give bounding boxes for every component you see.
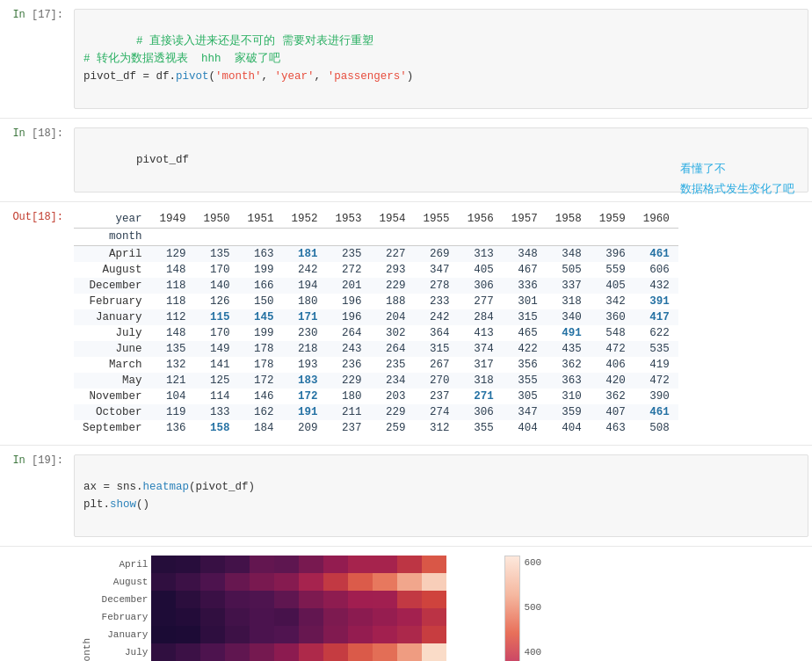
cell-value: 236 [327, 357, 371, 373]
cell-value: 264 [327, 325, 371, 341]
heatmap-cell [373, 626, 397, 643]
cell-value: 204 [371, 309, 415, 325]
cell-value: 405 [591, 278, 634, 294]
row-month-label: October [74, 404, 151, 420]
heatmap-cell [274, 556, 299, 573]
heatmap-cell [225, 556, 250, 573]
heatmap-cell [225, 608, 250, 626]
heatmap-cell [250, 573, 274, 591]
heatmap-cell [151, 556, 176, 573]
heatmap-cell [422, 626, 446, 643]
cell-value: 355 [459, 420, 503, 436]
cell-value: 178 [239, 341, 283, 357]
cell-value: 360 [591, 309, 634, 325]
heatmap-cell [422, 608, 446, 626]
table-row: July148170199230264302364413465491548622 [74, 325, 678, 341]
df-tbody: April12913516318123522726931334834839646… [74, 246, 678, 437]
heatmap-cell [373, 643, 397, 661]
heatmap-cell [323, 626, 348, 643]
table-row: May121125172183229234270318355363420472 [74, 373, 678, 389]
year-1956: 1956 [459, 211, 503, 229]
heatmap-area: month AprilAugustDecemberFebruaryJanuary… [83, 556, 808, 661]
code-pivot: pivot_df = df.pivot('month', 'year', 'pa… [83, 70, 413, 83]
cell-value: 149 [195, 341, 239, 357]
heatmap-grid [151, 556, 489, 661]
cell-value: 310 [547, 389, 591, 404]
colorbar-tick: 600 [524, 557, 541, 568]
colorbar-tick: 500 [524, 602, 541, 613]
right-annotation: 看懂了不 数据格式发生变化了吧 [680, 158, 794, 200]
heatmap-cell [250, 608, 274, 626]
row-month-label: August [74, 262, 151, 278]
cell-value: 125 [195, 373, 239, 389]
cell-value: 194 [283, 278, 327, 294]
heatmap-cell [250, 556, 274, 573]
cell-value: 284 [459, 309, 503, 325]
heatmap-cell [323, 591, 348, 608]
cell-19-content: ax = sns.heatmap(pivot_df) plt.show() [70, 449, 812, 542]
heatmap-cell [151, 643, 176, 661]
cell-value: 140 [195, 278, 239, 294]
heatmap-cell [348, 626, 373, 643]
cell-value: 559 [591, 262, 634, 278]
comment-1: # 直接读入进来还是不可的 需要对表进行重塑 [136, 35, 373, 47]
notebook: In [17]: # 直接读入进来还是不可的 需要对表进行重塑 # 转化为数据透… [0, 0, 812, 661]
pivot-df-ref: pivot_df [136, 154, 189, 166]
heatmap-cell [348, 573, 373, 591]
heatmap-cell [299, 573, 323, 591]
cell-value: 419 [634, 357, 678, 373]
colorbar-bar [504, 556, 520, 661]
row-month-label: January [74, 309, 151, 325]
cell-value: 199 [239, 325, 283, 341]
cell-value: 391 [634, 294, 678, 309]
heatmap-cell [176, 626, 200, 643]
cell-value: 406 [591, 357, 634, 373]
cell-value: 191 [283, 404, 327, 420]
row-month-label: December [74, 278, 151, 294]
cell-value: 363 [547, 373, 591, 389]
year-1954: 1954 [371, 211, 415, 229]
cell-value: 230 [283, 325, 327, 341]
heatmap-cell [200, 573, 225, 591]
annotation-line2: 数据格式发生变化了吧 [680, 178, 794, 199]
cell-value: 461 [634, 404, 678, 420]
cell-value: 535 [634, 341, 678, 357]
cell-value: 158 [195, 420, 239, 436]
cell-value: 465 [503, 325, 547, 341]
cell-value: 170 [195, 262, 239, 278]
cell-value: 170 [195, 325, 239, 341]
cell-17: In [17]: # 直接读入进来还是不可的 需要对表进行重塑 # 转化为数据透… [0, 0, 812, 119]
cell-value: 178 [239, 357, 283, 373]
heatmap-cell [151, 573, 176, 591]
heatmap-cell [323, 556, 348, 573]
cell-value: 237 [415, 389, 459, 404]
cell-17-in-label: In [12, 9, 25, 21]
heatmap-cell [299, 556, 323, 573]
cell-value: 242 [415, 309, 459, 325]
table-row: December11814016619420122927830633633740… [74, 278, 678, 294]
heatmap-cell [250, 626, 274, 643]
cell-value: 505 [547, 262, 591, 278]
cell-18-gutter: In [18]: [0, 122, 70, 198]
row-month-label: May [74, 373, 151, 389]
heatmap-cell [299, 591, 323, 608]
heatmap-cell [274, 643, 299, 661]
cell-value: 193 [283, 357, 327, 373]
heatmap-cell [348, 556, 373, 573]
cell-value: 348 [547, 246, 591, 263]
cell-18-out: Out[18]: year 1949 1950 1951 1952 1953 1… [0, 202, 812, 446]
cell-value: 242 [283, 262, 327, 278]
cell-value: 163 [239, 246, 283, 263]
cell-value: 277 [459, 294, 503, 309]
cell-19-code: ax = sns.heatmap(pivot_df) plt.show() [74, 454, 808, 537]
annotation-line1: 看懂了不 [680, 158, 794, 178]
heatmap-grid-row [151, 626, 489, 643]
cell-19-out-content: month AprilAugustDecemberFebruaryJanuary… [70, 550, 812, 661]
cell-value: 302 [371, 325, 415, 341]
heatmap-cell [225, 573, 250, 591]
heatmap-grid-row [151, 591, 489, 608]
cell-value: 318 [547, 294, 591, 309]
cell-17-number: [17]: [32, 9, 63, 21]
cell-value: 359 [547, 404, 591, 420]
heatmap-cell [200, 608, 225, 626]
